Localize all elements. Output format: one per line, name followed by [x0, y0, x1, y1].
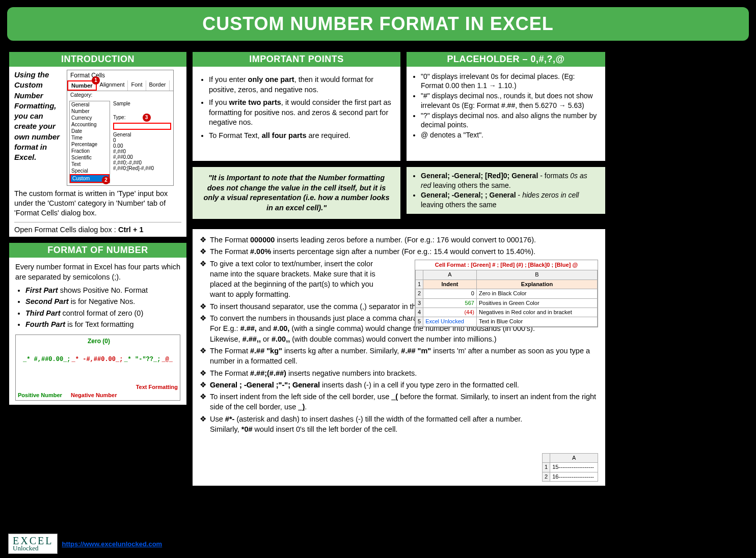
shortcut-label: Open Format Cells dialog box :	[14, 226, 118, 234]
list-item: Second Part is for Negative Nos.	[25, 296, 180, 306]
part-name: First Part	[25, 286, 58, 294]
ip-header: IMPORTANT POINTS	[193, 52, 400, 67]
col-header: A	[423, 270, 477, 280]
logo: EXCEL Unlocked	[8, 534, 58, 554]
format-cells-dialog: Format Cells Number 1 Alignment Font Bor…	[67, 70, 174, 186]
type-label: Type:	[113, 115, 125, 120]
cat-date: Date	[70, 128, 110, 134]
format-card: FORMAT OF NUMBER Every number format in …	[8, 242, 187, 406]
type-list: General 0 0.00 #,##0 #,##0.00 #,##0;-#,#…	[113, 132, 171, 171]
ph-examples-card: General; -General; [Red]0; General - for…	[406, 166, 606, 215]
part-name: Third Part	[25, 309, 60, 317]
tf-label: Text Formatting	[136, 383, 178, 391]
right-column: PLACEHOLDER – 0,#,?,@ "0" displays irrel…	[406, 51, 606, 215]
format-diagram: Zero (0) _* #,##0.00_; _* -#,##0.00_; _*…	[15, 334, 180, 401]
type-opt: #,##0	[113, 149, 171, 154]
cat-accounting: Accounting	[70, 121, 110, 128]
pos-label: Positive Number	[18, 392, 62, 399]
type-input	[113, 123, 171, 130]
table-cell: Positives in Green Color	[476, 298, 597, 308]
cat-fraction: Fraction	[70, 148, 110, 154]
table-cell: 567	[423, 298, 477, 308]
part-desc: control format of zero (0)	[60, 309, 143, 317]
table-cell: 0	[423, 289, 477, 298]
badge-1: 1	[92, 76, 100, 85]
list-item: To give a text color to text/number, ins…	[200, 259, 388, 300]
fmt-code-text: _@_	[161, 355, 173, 364]
middle-column: IMPORTANT POINTS If you enter only one p…	[192, 51, 401, 220]
part-name: Fourth Part	[25, 320, 65, 328]
cat-time: Time	[70, 134, 110, 141]
table-cell: Negatives in Red color and in bracket	[476, 308, 597, 317]
dialog-tab-alignment: Alignment	[97, 80, 128, 91]
shortcut-key: Ctrl + 1	[118, 226, 144, 234]
list-item: Use #*- (asterisk and dash) to insert da…	[200, 414, 536, 435]
badge-2: 2	[102, 176, 110, 184]
cell-format-header: Cell Format : [Green] # ; [Red] (#) ; [B…	[415, 260, 598, 270]
list-item: If you write two parts, it would conside…	[209, 98, 392, 128]
col-header: A	[550, 453, 598, 462]
details-card: The Format 000000 inserts leading zeros …	[192, 228, 606, 487]
category-label: Category:	[67, 91, 173, 99]
intro-lead: Using the Custom Number Formatting, you …	[14, 70, 63, 186]
left-column: INTRODUCTION Using the Custom Number For…	[8, 51, 187, 406]
format-header: FORMAT OF NUMBER	[9, 243, 186, 258]
intro-card: INTRODUCTION Using the Custom Number For…	[8, 51, 187, 238]
table-cell: Text in Blue Color	[476, 317, 597, 326]
footer-link[interactable]: https://www.excelunlocked.com	[62, 540, 162, 548]
table-cell: 15-------------------	[550, 463, 598, 472]
table-cell: Zero in Black Color	[476, 289, 597, 298]
format-parts-list: First Part shows Positive No. Format Sec…	[15, 285, 180, 329]
cat-special: Special	[70, 168, 110, 174]
table-cell: (44)	[423, 308, 477, 317]
table-header: Indent	[423, 280, 477, 289]
cat-percentage: Percentage	[70, 141, 110, 148]
zero-label: Zero (0)	[88, 337, 110, 346]
fmt-code-zero: _* "-"??_;	[124, 355, 160, 364]
list-item: "#" displays decimal nos., rounds it, bu…	[421, 91, 598, 109]
important-points-card: IMPORTANT POINTS If you enter only one p…	[192, 51, 401, 162]
part-name: Second Part	[25, 297, 69, 305]
intro-paragraph: The custom format is written in 'Type' i…	[14, 189, 181, 218]
footer: EXCEL Unlocked https://www.excelunlocked…	[8, 534, 162, 554]
table-cell: 16-------------------	[550, 472, 598, 481]
dialog-tab-font: Font	[128, 80, 146, 91]
cat-text: Text	[70, 161, 110, 168]
ph-header: PLACEHOLDER – 0,#,?,@	[407, 52, 605, 67]
table-header: Explanation	[476, 280, 597, 289]
list-item: General; -General; [Red]0; General - for…	[421, 171, 598, 190]
list-item: General ; -General ;"-"; General inserts…	[200, 380, 598, 390]
list-item: "?" displays decimal nos. and also align…	[421, 111, 598, 129]
badge-3: 3	[143, 114, 151, 122]
list-item: To insert indent from the left side of t…	[200, 392, 598, 412]
list-item: To Format Text, all four parts are requi…	[209, 131, 392, 141]
col-header: B	[476, 270, 597, 280]
cat-general: General	[70, 101, 110, 108]
cell-format-table: Cell Format : [Green] # ; [Red] (#) ; [B…	[415, 260, 598, 327]
list-item: The Format #.## "kg" inserts kg after a …	[200, 346, 598, 367]
ph-list: "0" displays irrelevant 0s for decimal p…	[414, 72, 598, 140]
list-item: Fourth Part is for Text formatting	[25, 319, 180, 329]
list-item: The Format #.##;(#.##) inserts negative …	[200, 368, 598, 378]
list-item: "0" displays irrelevant 0s for decimal p…	[421, 72, 598, 90]
part-desc: is for Negative Nos.	[69, 297, 136, 305]
intro-header: INTRODUCTION	[9, 52, 186, 67]
list-item: First Part shows Positive No. Format	[25, 285, 180, 295]
sample-label: Sample	[113, 101, 171, 106]
list-item: General; -General; ; General - hides zer…	[421, 190, 598, 210]
dialog-title: Format Cells	[67, 70, 173, 80]
part-desc: shows Positive No. Format	[58, 286, 148, 294]
type-opt: #,##0;-#,##0	[113, 160, 171, 165]
list-item: Third Part control format of zero (0)	[25, 308, 180, 318]
list-item: The Format #.00% inserts percentage sign…	[200, 246, 598, 257]
list-item: If you enter only one part, then it woul…	[209, 75, 392, 95]
category-list: General Number Currency Accounting Date …	[69, 101, 110, 183]
list-item: @ denotes a "Text".	[421, 130, 598, 140]
page: CUSTOM NUMBER FORMAT IN EXCEL INTRODUCTI…	[4, 7, 752, 557]
note-card: "It is Important to note that the Number…	[192, 166, 401, 220]
table-cell: Excel Unlocked	[423, 317, 477, 326]
cat-number: Number	[70, 108, 110, 115]
logo-line2: Unlocked	[13, 545, 53, 551]
fmt-code-pos: _* #,##0.00_;	[23, 355, 71, 364]
neg-label: Negative Number	[71, 392, 117, 399]
